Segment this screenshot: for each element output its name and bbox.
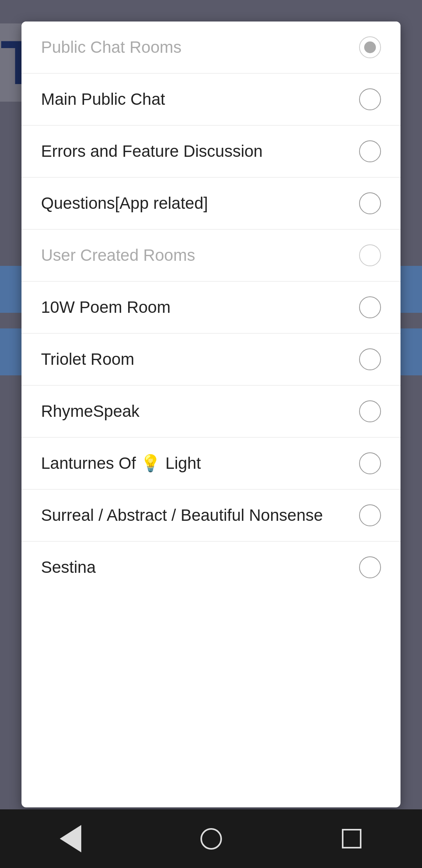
item-label-triolet: Triolet Room: [41, 349, 359, 370]
radio-main-public-chat[interactable]: [359, 88, 381, 110]
item-label-errors-discussion: Errors and Feature Discussion: [41, 141, 359, 162]
radio-questions-app[interactable]: [359, 192, 381, 214]
radio-lanturnes[interactable]: [359, 452, 381, 474]
recents-icon: [342, 829, 361, 848]
home-icon: [200, 828, 222, 850]
item-label-user-created-rooms: User Created Rooms: [41, 245, 359, 266]
list-item[interactable]: Questions[App related]: [21, 178, 401, 230]
list-item[interactable]: Triolet Room: [21, 334, 401, 386]
radio-10w-poem[interactable]: [359, 296, 381, 318]
home-button[interactable]: [195, 823, 227, 854]
list-item[interactable]: 10W Poem Room: [21, 282, 401, 334]
radio-sestina[interactable]: [359, 556, 381, 578]
list-item[interactable]: Main Public Chat: [21, 74, 401, 126]
list-item[interactable]: Errors and Feature Discussion: [21, 126, 401, 178]
item-label-10w-poem: 10W Poem Room: [41, 297, 359, 318]
radio-public-chat-rooms[interactable]: [359, 36, 381, 58]
back-button[interactable]: [55, 823, 86, 854]
item-label-public-chat-rooms: Public Chat Rooms: [41, 37, 359, 58]
list-item[interactable]: Public Chat Rooms: [21, 22, 401, 74]
radio-user-created-rooms[interactable]: [359, 244, 381, 266]
chat-room-list[interactable]: Public Chat Rooms Main Public Chat Error…: [21, 22, 401, 807]
item-label-sestina: Sestina: [41, 557, 359, 578]
item-label-rhymespeak: RhymeSpeak: [41, 401, 359, 422]
item-label-surreal: Surreal / Abstract / Beautiful Nonsense: [41, 505, 359, 526]
list-item[interactable]: Surreal / Abstract / Beautiful Nonsense: [21, 490, 401, 542]
list-item[interactable]: Lanturnes Of 💡 Light: [21, 438, 401, 490]
item-label-questions-app: Questions[App related]: [41, 193, 359, 214]
list-item[interactable]: RhymeSpeak: [21, 386, 401, 438]
radio-triolet[interactable]: [359, 348, 381, 370]
list-item[interactable]: User Created Rooms: [21, 230, 401, 282]
back-icon: [60, 825, 81, 852]
item-label-lanturnes: Lanturnes Of 💡 Light: [41, 453, 359, 474]
chat-room-dialog: Public Chat Rooms Main Public Chat Error…: [21, 22, 401, 807]
radio-errors-discussion[interactable]: [359, 140, 381, 162]
navigation-bar: [0, 809, 422, 868]
radio-rhymespeak[interactable]: [359, 400, 381, 422]
item-label-main-public-chat: Main Public Chat: [41, 89, 359, 110]
list-item[interactable]: Sestina: [21, 542, 401, 593]
radio-surreal[interactable]: [359, 504, 381, 526]
recents-button[interactable]: [336, 823, 367, 854]
